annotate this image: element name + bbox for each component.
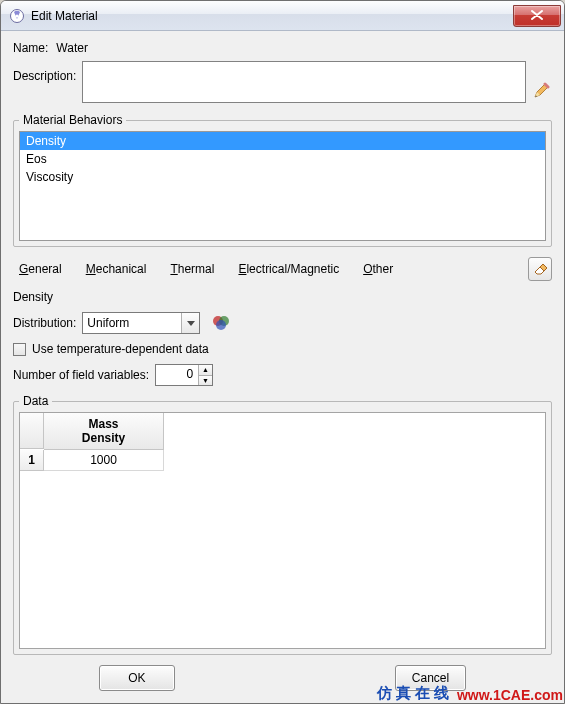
- edit-description-button[interactable]: [532, 61, 552, 103]
- temp-dependent-checkbox[interactable]: [13, 343, 26, 356]
- behaviors-fieldset: Material Behaviors Density Eos Viscosity: [13, 113, 552, 247]
- name-value: Water: [56, 41, 88, 55]
- section-title: Density: [13, 290, 552, 304]
- window-title: Edit Material: [31, 9, 513, 23]
- behavior-item-eos[interactable]: Eos: [20, 150, 545, 168]
- description-input[interactable]: [82, 61, 526, 103]
- field-toggle-button[interactable]: [212, 315, 230, 331]
- name-label: Name:: [13, 41, 48, 55]
- behaviors-legend: Material Behaviors: [19, 113, 126, 127]
- distribution-label: Distribution:: [13, 316, 76, 330]
- description-label: Description:: [13, 61, 76, 83]
- temp-dependent-label: Use temperature-dependent data: [32, 342, 209, 356]
- grid-row-num: 1: [20, 450, 44, 471]
- svg-point-4: [216, 320, 226, 330]
- field-vars-value: 0: [156, 365, 198, 385]
- pencil-icon: [533, 82, 551, 103]
- menu-other[interactable]: Other: [363, 262, 393, 276]
- close-icon: [531, 9, 543, 23]
- data-legend: Data: [19, 394, 52, 408]
- eraser-icon: [532, 260, 548, 279]
- app-icon: [9, 8, 25, 24]
- spinner-down-button[interactable]: ▼: [199, 376, 212, 386]
- delete-behavior-button[interactable]: [528, 257, 552, 281]
- watermark-cn: 仿真在线: [377, 684, 453, 703]
- menu-row: General Mechanical Thermal Electrical/Ma…: [13, 254, 552, 284]
- grid-corner: [20, 413, 44, 449]
- menu-electrical[interactable]: Electrical/Magnetic: [238, 262, 339, 276]
- svg-point-1: [15, 14, 18, 17]
- field-vars-spinner[interactable]: 0 ▲ ▼: [155, 364, 213, 386]
- close-button[interactable]: [513, 5, 561, 27]
- grid-cell[interactable]: 1000: [44, 450, 164, 471]
- data-fieldset: Data MassDensity 1 1000: [13, 394, 552, 655]
- field-vars-label: Number of field variables:: [13, 368, 149, 382]
- menu-thermal[interactable]: Thermal: [170, 262, 214, 276]
- menu-mechanical[interactable]: Mechanical: [86, 262, 147, 276]
- data-grid[interactable]: MassDensity 1 1000: [19, 412, 546, 649]
- titlebar: Edit Material: [1, 1, 564, 31]
- behaviors-list[interactable]: Density Eos Viscosity: [19, 131, 546, 241]
- table-row[interactable]: 1 1000: [20, 450, 545, 471]
- behavior-item-density[interactable]: Density: [20, 132, 545, 150]
- behavior-item-viscosity[interactable]: Viscosity: [20, 168, 545, 186]
- distribution-select[interactable]: Uniform: [82, 312, 200, 334]
- menu-general[interactable]: General: [19, 262, 62, 276]
- grid-col-header[interactable]: MassDensity: [44, 413, 164, 450]
- distribution-value: Uniform: [87, 316, 129, 330]
- spinner-up-button[interactable]: ▲: [199, 365, 212, 376]
- ok-button[interactable]: OK: [99, 665, 175, 691]
- watermark-url: www.1CAE.com: [457, 687, 563, 703]
- chevron-down-icon: [181, 313, 199, 333]
